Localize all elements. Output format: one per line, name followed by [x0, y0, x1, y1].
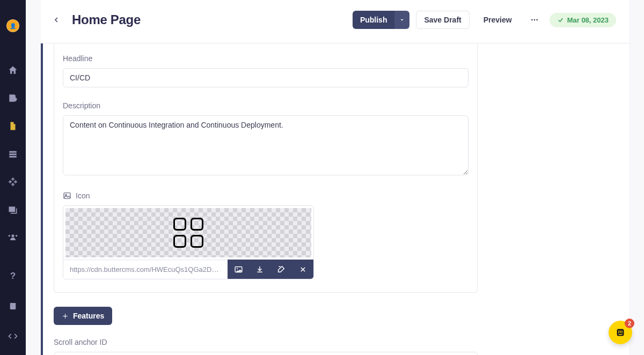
nav-help-icon[interactable]: ? — [7, 270, 19, 282]
nav-users-icon[interactable] — [7, 232, 19, 243]
svg-point-2 — [533, 19, 535, 21]
nav-pages-icon[interactable] — [7, 120, 19, 132]
svg-rect-10 — [620, 330, 620, 333]
icon-preview[interactable] — [65, 208, 311, 257]
feature-card: Headline Description — [54, 43, 478, 293]
topbar: Home Page Publish Save Draft Preview — [41, 0, 629, 43]
headline-input[interactable] — [63, 68, 469, 87]
sidebar: 👤 ? — [0, 0, 26, 355]
publish-button[interactable]: Publish — [353, 11, 395, 29]
intercom-icon — [614, 327, 626, 338]
add-features-label: Features — [73, 312, 104, 320]
svg-rect-4 — [64, 193, 70, 199]
nav-api-icon[interactable] — [7, 330, 19, 342]
scroll-indicator — [41, 43, 43, 355]
status-date-chip: Mar 08, 2023 — [550, 13, 616, 27]
save-draft-button[interactable]: Save Draft — [416, 11, 469, 29]
nav-media-icon[interactable] — [7, 204, 19, 216]
anchor-label: Scroll anchor ID — [54, 338, 621, 346]
page-title: Home Page — [72, 12, 141, 27]
svg-point-7 — [236, 268, 237, 269]
avatar[interactable]: 👤 — [6, 19, 19, 32]
check-icon — [557, 17, 564, 24]
nav-collections-icon[interactable] — [7, 148, 19, 160]
edit-button[interactable] — [270, 260, 292, 279]
preview-button[interactable]: Preview — [476, 11, 519, 29]
icon-field: Icon — [63, 191, 469, 279]
back-button[interactable] — [50, 14, 62, 26]
svg-point-3 — [536, 19, 538, 21]
headline-label: Headline — [63, 54, 469, 63]
status-date-text: Mar 08, 2023 — [567, 16, 609, 24]
icon-label: Icon — [76, 191, 90, 200]
intercom-badge: 2 — [625, 319, 634, 328]
remove-button[interactable] — [292, 260, 313, 279]
anchor-field: Scroll anchor ID — [54, 338, 621, 355]
anchor-input[interactable] — [54, 352, 478, 355]
svg-rect-11 — [621, 330, 622, 333]
image-icon — [63, 191, 71, 200]
headline-field: Headline — [63, 54, 469, 87]
nav-blog-icon[interactable] — [7, 92, 19, 104]
svg-rect-9 — [618, 330, 619, 333]
nav-components-icon[interactable] — [7, 176, 19, 188]
description-textarea[interactable] — [63, 115, 469, 175]
more-menu-button[interactable] — [526, 11, 543, 29]
grid-icon — [173, 218, 203, 248]
nav-home-icon[interactable] — [7, 64, 19, 76]
nav-docs-icon[interactable] — [7, 300, 19, 312]
download-button[interactable] — [249, 260, 270, 279]
publish-dropdown[interactable] — [394, 11, 409, 29]
icon-url-input[interactable] — [63, 260, 228, 279]
add-features-button[interactable]: Features — [54, 307, 112, 325]
plus-icon — [62, 313, 69, 320]
description-label: Description — [63, 101, 469, 110]
description-field: Description — [63, 101, 469, 178]
intercom-launcher[interactable]: 2 — [609, 321, 632, 344]
svg-point-1 — [531, 19, 533, 21]
svg-text:?: ? — [10, 271, 16, 281]
media-browse-button[interactable] — [228, 260, 249, 279]
